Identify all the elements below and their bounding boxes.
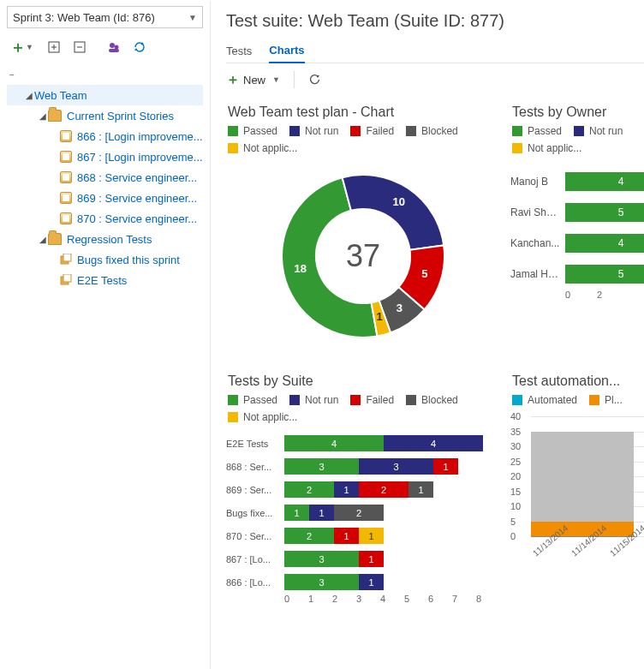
legend: PassedNot runFailedBlockedNot applic... (228, 125, 500, 154)
legend-label: Blocked (421, 394, 458, 406)
suite-bars: E2E Tests44868 : Ser...331869 : Ser...21… (226, 432, 500, 594)
suite-bar-segment: 2 (284, 481, 334, 498)
suite-label: Bugs fixe... (226, 508, 279, 518)
suite-row: E2E Tests44 (226, 432, 500, 455)
legend-item: Not run (289, 394, 338, 406)
suite-bar-segment: 3 (359, 458, 433, 475)
chart-automation[interactable]: Test automation... AutomatedPl... 051015… (510, 365, 644, 604)
suite-bar-segment: 3 (284, 574, 359, 590)
legend-label: Not run (305, 125, 338, 137)
refresh-icon[interactable] (301, 68, 327, 92)
new-chart-button[interactable]: ＋ New ▼ (226, 71, 287, 89)
sprint-dropdown[interactable]: Sprint 3: Web Team (Id: 876) ▼ (7, 6, 203, 28)
tree-node-folder[interactable]: ◢ Regression Tests (7, 229, 203, 249)
area-chart: 051015202530354011/13/201411/14/201411/1… (510, 413, 644, 558)
people-icon[interactable] (101, 35, 127, 59)
owner-bars: Manoj B4Ravi Sha...5Kanchan...4Jamal Ha.… (510, 166, 644, 290)
tree-node-item[interactable]: 870 : Service engineer... (7, 208, 203, 229)
suite-row: 867 : [Lo...31 (226, 547, 500, 570)
svg-point-5 (110, 43, 115, 48)
tree-collapse-root[interactable]: − (7, 64, 203, 85)
legend-item: Failed (350, 394, 394, 406)
legend-label: Passed (243, 394, 277, 406)
chart-owners[interactable]: Tests by Owner PassedNot runNot applic..… (510, 96, 644, 355)
suite-bar-segment: 1 (359, 528, 384, 544)
collapse-all-icon[interactable] (67, 35, 92, 59)
suite-bar-segment: 1 (359, 551, 384, 567)
legend-label: Pl... (605, 394, 623, 406)
legend-swatch (574, 126, 584, 136)
legend-label: Not run (305, 394, 338, 406)
donut-chart: 37 1810531 (265, 158, 462, 355)
legend: PassedNot runFailedBlockedNot applic... (228, 394, 500, 423)
suite-bar-segment: 2 (284, 528, 334, 544)
tree-node-item[interactable]: Bugs fixed this sprint (7, 249, 203, 270)
legend-label: Blocked (421, 125, 458, 137)
legend-swatch (289, 126, 300, 136)
legend-item: Pl... (589, 394, 623, 406)
svg-marker-8 (134, 48, 138, 51)
tab-tests[interactable]: Tests (226, 45, 252, 63)
expand-all-icon[interactable] (41, 35, 67, 59)
chart-suites[interactable]: Tests by Suite PassedNot runFailedBlocke… (226, 365, 500, 604)
suite-bar-segment: 2 (334, 505, 384, 521)
legend-swatch (228, 412, 238, 422)
tab-charts[interactable]: Charts (269, 44, 304, 63)
main-panel: Test suite: Web Team (Suite ID: 877) Tes… (211, 1, 644, 669)
owner-label: Ravi Sha... (510, 206, 560, 218)
legend-item: Not applic... (228, 142, 297, 154)
owner-bar: 5 (565, 265, 644, 284)
work-item-icon (60, 151, 72, 163)
suite-label: 870 : Ser... (226, 531, 279, 541)
legend-item: Passed (228, 394, 277, 406)
suite-label: 866 : [Lo... (226, 577, 279, 588)
tree-node-item[interactable]: 869 : Service engineer... (7, 188, 203, 208)
area-planned (531, 522, 634, 537)
folder-icon (48, 110, 62, 122)
owner-row: Jamal Ha...5 (510, 259, 644, 290)
tree-node-root[interactable]: ◢ Web Team (7, 85, 203, 105)
legend-swatch (512, 143, 522, 153)
tree-node-item[interactable]: E2E Tests (7, 270, 203, 290)
legend-label: Not run (589, 125, 623, 137)
caret-down-icon: ◢ (24, 91, 34, 100)
legend-swatch (228, 395, 238, 405)
legend-label: Passed (528, 125, 562, 137)
owner-bar: 4 (565, 172, 644, 191)
tree-node-item[interactable]: 867 : [Login improveme... (7, 146, 203, 167)
caret-down-icon: ◢ (38, 235, 48, 244)
owner-bar: 4 (565, 234, 644, 253)
chevron-down-icon[interactable]: ▼ (26, 43, 33, 51)
legend-label: Passed (243, 125, 277, 137)
svg-marker-14 (316, 75, 319, 78)
legend-item: Not run (574, 125, 623, 137)
suite-bar-segment: 3 (284, 551, 359, 567)
y-tick: 10 (510, 501, 521, 511)
donut-slice-label: 1 (371, 310, 388, 323)
refresh-icon[interactable] (127, 35, 152, 59)
donut-total: 37 (346, 238, 380, 274)
legend-label: Not applic... (243, 142, 297, 154)
y-tick: 35 (510, 427, 521, 437)
legend-swatch (228, 126, 238, 136)
svg-rect-7 (109, 49, 119, 52)
work-item-icon (60, 171, 72, 183)
legend-swatch (350, 395, 361, 405)
test-tree: − ◢ Web Team ◢ Current Sprint Stories 86… (7, 64, 203, 290)
suite-bar-segment: 2 (359, 481, 408, 498)
legend-swatch (512, 126, 522, 136)
suite-bar-segment: 1 (309, 505, 334, 521)
legend-item: Blocked (406, 125, 458, 137)
suite-row: 866 : [Lo...31 (226, 570, 500, 594)
legend-swatch (406, 395, 416, 405)
legend-label: Automated (528, 394, 577, 406)
tree-node-folder[interactable]: ◢ Current Sprint Stories (7, 105, 203, 126)
chevron-down-icon: ▼ (272, 75, 280, 84)
tree-node-item[interactable]: 868 : Service engineer... (7, 167, 203, 188)
owner-label: Kanchan... (510, 237, 560, 249)
chart-donut[interactable]: Web Team test plan - Chart PassedNot run… (226, 96, 500, 355)
legend-label: Failed (366, 394, 394, 406)
donut-slice-label: 3 (391, 302, 408, 314)
tree-node-item[interactable]: 866 : [Login improveme... (7, 126, 203, 146)
work-item-icon (60, 192, 72, 204)
